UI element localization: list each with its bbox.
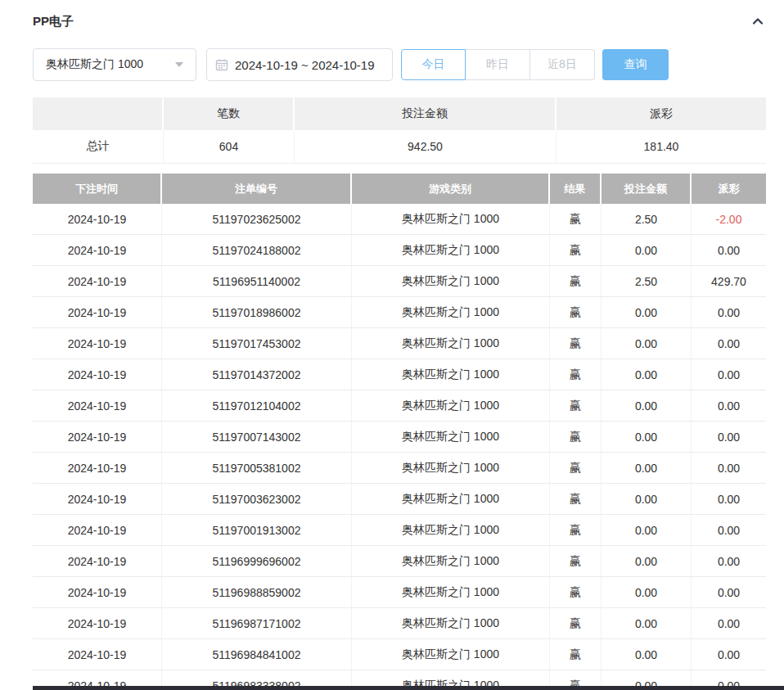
yesterday-button[interactable]: 昨日 [466,49,530,80]
summary-header-count: 笔数 [164,97,295,130]
cell-game: 奥林匹斯之门 1000 [352,422,550,452]
pp-electronic-panel: PP电子 奥林匹斯之门 1000 2024-10-19 [0,0,784,690]
cell-amount: 2.50 [602,266,692,296]
cell-amount: 0.00 [602,515,692,545]
cell-game: 奥林匹斯之门 1000 [352,266,550,296]
cell-payout: 0.00 [692,453,766,483]
summary-header-row: 笔数 投注金额 派彩 [33,97,766,130]
cell-date: 2024-10-19 [33,546,162,576]
summary-total-label: 总计 [33,130,164,163]
cell-game: 奥林匹斯之门 1000 [352,546,550,576]
cell-amount: 2.50 [602,204,692,234]
table-row: 2024-10-1951197001913002奥林匹斯之门 1000赢0.00… [33,515,766,546]
filter-bar: 奥林匹斯之门 1000 2024-10-19 ~ 2024-10-19 今日 昨… [33,48,766,81]
cell-payout: 0.00 [692,484,766,514]
cell-id: 51197018986002 [162,297,352,327]
table-row: 2024-10-1951197014372002奥林匹斯之门 1000赢0.00… [33,359,766,390]
cell-date: 2024-10-19 [33,577,162,607]
summary-header-blank [33,97,164,130]
cell-amount: 0.00 [602,546,692,576]
date-range-picker[interactable]: 2024-10-19 ~ 2024-10-19 [206,48,393,81]
cell-id: 51196988859002 [162,577,352,607]
cell-result: 赢 [550,266,602,296]
bet-records-table: 下注时间 注单编号 游戏类别 结果 投注金额 派彩 2024-10-195119… [33,174,766,690]
detail-table-body: 2024-10-1951197023625002奥林匹斯之门 1000赢2.50… [33,204,766,690]
cell-result: 赢 [550,546,602,576]
calendar-icon [215,58,228,71]
summary-header-bet-amount: 投注金额 [295,97,556,130]
cell-id: 51196999696002 [162,546,352,576]
cell-result: 赢 [550,359,602,390]
table-row: 2024-10-1951196988859002奥林匹斯之门 1000赢0.00… [33,577,766,608]
cell-result: 赢 [550,484,602,514]
cell-payout: 0.00 [692,422,766,452]
cell-game: 奥林匹斯之门 1000 [352,484,550,514]
cell-game: 奥林匹斯之门 1000 [352,639,550,670]
cell-amount: 0.00 [602,484,692,514]
cell-game: 奥林匹斯之门 1000 [352,204,550,234]
cell-payout: 0.00 [692,235,766,265]
cell-result: 赢 [550,608,602,638]
cell-amount: 0.00 [602,577,692,607]
game-select[interactable]: 奥林匹斯之门 1000 [33,48,196,81]
table-row: 2024-10-1951197007143002奥林匹斯之门 1000赢0.00… [33,422,766,453]
cell-game: 奥林匹斯之门 1000 [352,235,550,265]
summary-total-row: 总计 604 942.50 181.40 [33,130,766,164]
cell-date: 2024-10-19 [33,235,162,265]
detail-header-bet-id: 注单编号 [162,174,352,204]
last-8-days-button[interactable]: 近8日 [530,49,595,80]
cell-id: 51196984841002 [162,639,352,670]
cell-date: 2024-10-19 [33,359,162,390]
cell-payout: -2.00 [692,204,766,234]
cell-payout: 0.00 [692,546,766,576]
cell-payout: 0.00 [692,577,766,607]
table-row: 2024-10-1951196951140002奥林匹斯之门 1000赢2.50… [33,266,766,297]
cell-amount: 0.00 [602,328,692,359]
cell-amount: 0.00 [602,608,692,638]
collapse-button[interactable] [750,13,766,29]
cell-id: 51196987171002 [162,608,352,638]
cell-amount: 0.00 [602,297,692,327]
cell-id: 51197007143002 [162,422,352,452]
summary-total-payout: 181.40 [556,130,766,163]
cell-date: 2024-10-19 [33,422,162,452]
cell-amount: 0.00 [602,453,692,483]
cell-payout: 0.00 [692,515,766,545]
table-row: 2024-10-1951197018986002奥林匹斯之门 1000赢0.00… [33,297,766,328]
table-row: 2024-10-1951197012104002奥林匹斯之门 1000赢0.00… [33,390,766,422]
cell-payout: 429.70 [692,266,766,296]
cell-payout: 0.00 [692,328,766,359]
cell-game: 奥林匹斯之门 1000 [352,577,550,607]
query-button[interactable]: 查询 [602,49,669,80]
detail-header-bet-amount: 投注金额 [602,174,692,204]
quick-date-button-group: 今日 昨日 近8日 [401,49,595,80]
cell-result: 赢 [550,422,602,452]
detail-header-result: 结果 [550,174,602,204]
cell-id: 51197003623002 [162,484,352,514]
table-row: 2024-10-1951196984841002奥林匹斯之门 1000赢0.00… [33,639,766,670]
summary-header-payout: 派彩 [556,97,766,130]
cell-date: 2024-10-19 [33,297,162,327]
cell-result: 赢 [550,515,602,545]
cell-amount: 0.00 [602,235,692,265]
cell-date: 2024-10-19 [33,453,162,483]
cell-result: 赢 [550,328,602,359]
cell-date: 2024-10-19 [33,608,162,638]
cell-date: 2024-10-19 [33,639,162,670]
table-row: 2024-10-1951197005381002奥林匹斯之门 1000赢0.00… [33,453,766,484]
cell-payout: 0.00 [692,390,766,421]
cell-result: 赢 [550,577,602,607]
cell-id: 51197014372002 [162,359,352,390]
cell-result: 赢 [550,390,602,421]
cell-id: 51197023625002 [162,204,352,234]
cell-payout: 0.00 [692,359,766,390]
cell-id: 51196951140002 [162,266,352,296]
detail-header-payout: 派彩 [692,174,766,204]
panel-title: PP电子 [33,14,74,29]
cell-id: 51197012104002 [162,390,352,421]
cell-game: 奥林匹斯之门 1000 [352,453,550,483]
cell-payout: 0.00 [692,297,766,327]
cell-amount: 0.00 [602,639,692,670]
today-button[interactable]: 今日 [401,49,466,80]
cell-id: 51197001913002 [162,515,352,545]
